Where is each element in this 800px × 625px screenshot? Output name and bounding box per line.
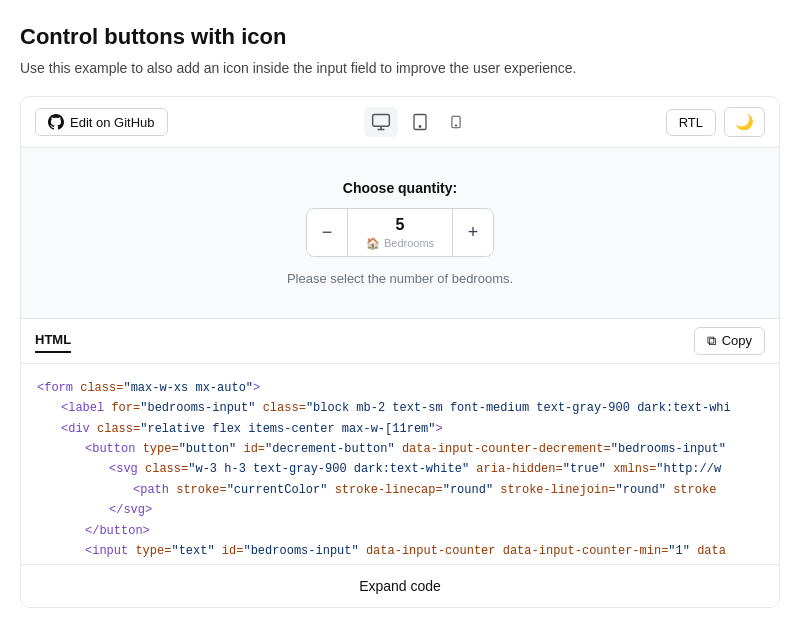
tablet-icon xyxy=(411,112,429,132)
rtl-button[interactable]: RTL xyxy=(666,109,716,136)
increment-button[interactable]: + xyxy=(453,211,493,253)
stepper-value: 5 xyxy=(396,215,405,236)
quantity-label: Choose quantity: xyxy=(343,180,457,196)
copy-button-label: Copy xyxy=(722,333,752,348)
stepper-sublabel-text: Bedrooms xyxy=(384,237,434,249)
page-description: Use this example to also add an icon ins… xyxy=(20,60,780,76)
html-tab[interactable]: HTML xyxy=(35,328,71,353)
demo-card: Edit on GitHub xyxy=(20,96,780,608)
svg-point-4 xyxy=(419,126,421,128)
dark-mode-button[interactable]: 🌙 xyxy=(724,107,765,137)
stepper-container: − 5 🏠 Bedrooms + xyxy=(306,208,494,257)
code-block: <form class="max-w-xs mx-auto"> <label f… xyxy=(21,364,779,564)
toolbar-left: Edit on GitHub xyxy=(35,108,168,136)
bedroom-icon: 🏠 xyxy=(366,237,380,250)
code-header: HTML ⧉ Copy xyxy=(21,319,779,364)
expand-code-button[interactable]: Expand code xyxy=(359,578,441,594)
code-line: <div class="absolute bottom-1 start-1/2 … xyxy=(85,561,763,563)
expand-footer[interactable]: Expand code xyxy=(21,564,779,607)
edit-on-github-button[interactable]: Edit on GitHub xyxy=(35,108,168,136)
code-line: <button type="button" id="decrement-butt… xyxy=(85,439,763,459)
github-button-label: Edit on GitHub xyxy=(70,115,155,130)
page-title: Control buttons with icon xyxy=(20,24,780,50)
copy-button[interactable]: ⧉ Copy xyxy=(694,327,765,355)
code-line: </svg> xyxy=(109,500,763,520)
preview-hint: Please select the number of bedrooms. xyxy=(287,271,513,286)
code-line: <div class="relative flex items-center m… xyxy=(61,419,763,439)
stepper-sublabel: 🏠 Bedrooms xyxy=(366,237,434,250)
desktop-device-button[interactable] xyxy=(364,107,398,137)
moon-icon: 🌙 xyxy=(735,113,754,130)
mobile-icon xyxy=(449,112,463,132)
github-icon xyxy=(48,114,64,130)
svg-rect-0 xyxy=(372,115,389,127)
desktop-icon xyxy=(371,112,391,132)
svg-point-6 xyxy=(455,125,456,126)
decrement-button[interactable]: − xyxy=(307,211,347,253)
preview-area: Choose quantity: − 5 🏠 Bedrooms + Please… xyxy=(21,148,779,319)
code-line: <input type="text" id="bedrooms-input" d… xyxy=(85,541,763,561)
code-line: <path stroke="currentColor" stroke-linec… xyxy=(133,480,763,500)
mobile-device-button[interactable] xyxy=(442,107,470,137)
stepper-input-area: 5 🏠 Bedrooms xyxy=(347,209,453,256)
code-line: <svg class="w-3 h-3 text-gray-900 dark:t… xyxy=(109,459,763,479)
code-line: <label for="bedrooms-input" class="block… xyxy=(61,398,763,418)
code-line: </button> xyxy=(85,521,763,541)
toolbar: Edit on GitHub xyxy=(21,97,779,148)
code-section: HTML ⧉ Copy <form class="max-w-xs mx-aut… xyxy=(21,319,779,607)
toolbar-center xyxy=(364,107,470,137)
code-line: <form class="max-w-xs mx-auto"> xyxy=(37,378,763,398)
toolbar-right: RTL 🌙 xyxy=(666,107,765,137)
copy-icon: ⧉ xyxy=(707,333,716,349)
tablet-device-button[interactable] xyxy=(404,107,436,137)
